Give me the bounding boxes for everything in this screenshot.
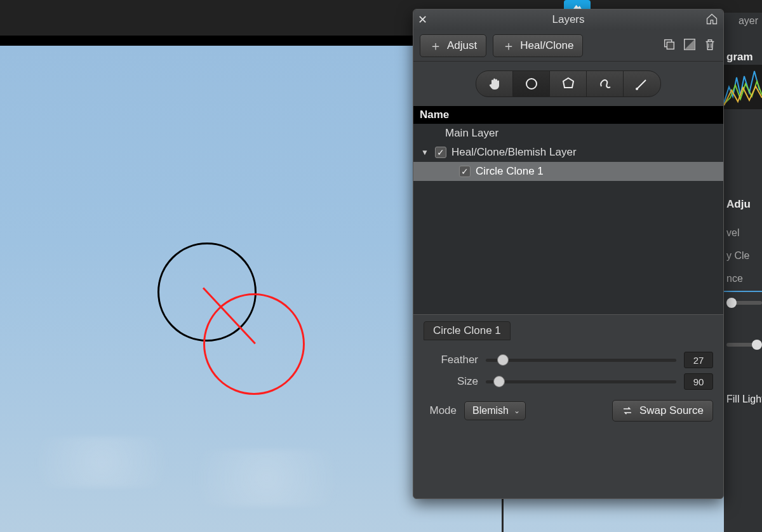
sidebar-separator	[724, 291, 762, 292]
properties-title: Circle Clone 1	[424, 321, 511, 340]
sidebar-item[interactable]: nce	[724, 270, 762, 287]
mode-select[interactable]: Blemish ⌄	[464, 401, 526, 420]
panel-toolbar: ＋ Adjust ＋ Heal/Clone	[413, 30, 723, 62]
sidebar-tab-label[interactable]: ayer	[735, 13, 762, 30]
button-label: Adjust	[447, 39, 477, 52]
mask-tool-segmented	[476, 70, 661, 97]
disclosure-triangle-icon[interactable]: ▼	[421, 148, 430, 157]
layer-row-main[interactable]: Main Layer	[413, 124, 723, 143]
layer-row-healclone[interactable]: ▼ ✓ Heal/Clone/Blemish Layer	[413, 143, 723, 162]
histogram-title: gram	[724, 51, 762, 65]
freehand-tool-icon[interactable]	[587, 71, 624, 96]
compare-icon[interactable]	[683, 37, 697, 54]
layer-label: Main Layer	[445, 127, 498, 140]
add-healclone-button[interactable]: ＋ Heal/Clone	[493, 34, 583, 57]
size-label: Size	[424, 375, 478, 388]
brush-tool-icon[interactable]	[624, 71, 660, 96]
svg-marker-4	[563, 78, 573, 88]
layer-list: Main Layer ▼ ✓ Heal/Clone/Blemish Layer …	[413, 124, 723, 314]
chevron-down-icon: ⌄	[514, 406, 520, 415]
layers-panel: ✕ Layers ＋ Adjust ＋ Heal/Clone	[413, 9, 724, 499]
svg-point-3	[526, 79, 537, 89]
fill-light-label: Fill Light	[724, 391, 762, 408]
sidebar-item[interactable]: y Cle	[724, 248, 762, 264]
button-label: Heal/Clone	[520, 39, 573, 52]
sidebar-slider[interactable]	[726, 343, 762, 347]
layer-label: Circle Clone 1	[476, 165, 544, 178]
trash-icon[interactable]	[703, 37, 717, 54]
svg-point-5	[636, 88, 638, 90]
mask-tools	[413, 62, 723, 106]
button-label: Swap Source	[639, 404, 704, 417]
hand-tool-icon[interactable]	[476, 71, 513, 96]
visibility-checkbox[interactable]: ✓	[435, 147, 446, 158]
mode-label: Mode	[424, 404, 457, 417]
swap-source-button[interactable]: Swap Source	[612, 400, 713, 422]
sidebar-slider[interactable]	[726, 301, 762, 305]
properties-section: Circle Clone 1 Feather 27 Size 90 Mode B…	[413, 314, 723, 432]
panel-titlebar[interactable]: ✕ Layers	[413, 10, 723, 30]
sidebar-item[interactable]: vel	[724, 225, 762, 241]
histogram-preview	[724, 65, 762, 109]
home-icon[interactable]	[705, 13, 718, 25]
swap-icon	[622, 405, 633, 416]
polygon-tool-icon[interactable]	[550, 71, 587, 96]
feather-label: Feather	[424, 354, 478, 366]
list-header-name[interactable]: Name	[413, 106, 723, 124]
layer-row-circle-clone[interactable]: ✓ Circle Clone 1	[413, 162, 723, 181]
visibility-checkbox[interactable]: ✓	[459, 166, 471, 177]
circle-tool-icon[interactable]	[513, 71, 550, 96]
feather-slider[interactable]	[486, 354, 676, 366]
right-sidebar: ayer gram Adju vel y Cle nce Fill Light	[724, 13, 762, 532]
panel-title: Layers	[413, 13, 723, 26]
plus-icon: ＋	[429, 39, 442, 52]
plus-icon: ＋	[502, 39, 515, 52]
layer-label: Heal/Clone/Blemish Layer	[451, 146, 577, 159]
svg-rect-1	[667, 42, 674, 49]
adjustments-title: Adju	[724, 198, 762, 212]
mode-select-value: Blemish	[472, 405, 509, 416]
cloud	[165, 449, 368, 507]
size-value[interactable]: 90	[684, 373, 713, 390]
duplicate-icon[interactable]	[662, 37, 676, 54]
feather-value[interactable]: 27	[684, 352, 713, 368]
pole	[502, 494, 504, 532]
size-slider[interactable]	[486, 376, 676, 387]
add-adjust-button[interactable]: ＋ Adjust	[420, 34, 486, 57]
